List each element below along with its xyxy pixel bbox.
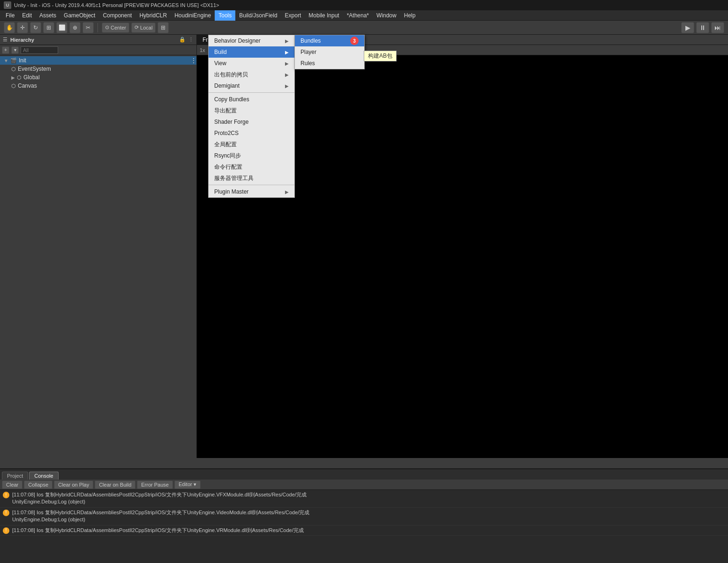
play-button[interactable]: ▶ xyxy=(681,22,694,33)
hierarchy-global[interactable]: ▶ ⬡ Global xyxy=(0,73,196,82)
console-tab-bar: Project Console xyxy=(0,469,728,480)
local-icon: ⟳ xyxy=(135,24,139,30)
transform-tool-btn[interactable]: ⊕ xyxy=(69,22,81,33)
hierarchy-panel: ☰ Hierarchy 🔒 ⋮ + ▾ ▼ 🎬 Init ⋮ ⬡ EventSy… xyxy=(0,35,197,458)
clear-on-build-button[interactable]: Clear on Build xyxy=(95,480,135,489)
expand-arrow: ▼ xyxy=(4,58,8,63)
expand-arrow: ▶ xyxy=(11,75,15,80)
menu-view[interactable]: View ▶ xyxy=(209,58,294,69)
hierarchy-item-label: Init xyxy=(19,57,26,64)
menu-shader-forge[interactable]: Shader Forge xyxy=(209,116,294,128)
scene-icon: 🎬 xyxy=(10,58,17,64)
submenu-rules[interactable]: Rules xyxy=(295,58,364,69)
log-text-1: [11:07:08] Ios 复制HybridCLRData/Assemblie… xyxy=(12,491,307,506)
menu-plugin-master[interactable]: Plugin Master ▶ xyxy=(209,186,294,197)
submenu-arrow: ▶ xyxy=(285,61,289,66)
center-toggle[interactable]: ⊙ Center xyxy=(102,23,129,33)
obj-icon: ⬡ xyxy=(17,75,22,81)
log-item-2[interactable]: ! [11:07:08] Ios 复制HybridCLRData/Assembl… xyxy=(0,508,728,525)
menu-pre-export-copy[interactable]: 出包前的拷贝 ▶ xyxy=(209,69,294,80)
hierarchy-add-btn[interactable]: + xyxy=(2,46,9,54)
unity-logo: U xyxy=(4,1,11,9)
menu-help[interactable]: Help xyxy=(400,10,420,21)
console-content: ! [11:07:08] Ios 复制HybridCLRData/Assembl… xyxy=(0,490,728,563)
hierarchy-search[interactable] xyxy=(21,46,58,54)
window-title: Unity - Init - iOS - Unity 2019.4.40f1c1… xyxy=(14,2,219,8)
submenu-arrow: ▶ xyxy=(285,189,289,195)
snap-btn[interactable]: ⊞ xyxy=(158,22,169,33)
log-item-1[interactable]: ! [11:07:08] Ios 复制HybridCLRData/Assembl… xyxy=(0,490,728,508)
menu-edit[interactable]: Edit xyxy=(18,10,36,21)
menu-export[interactable]: Export xyxy=(281,10,305,21)
obj-icon: ⬡ xyxy=(11,66,16,72)
menu-gameobject[interactable]: GameObject xyxy=(60,10,99,21)
local-toggle[interactable]: ⟳ Local xyxy=(131,23,156,33)
error-pause-button[interactable]: Error Pause xyxy=(137,480,173,489)
hierarchy-lock-icon[interactable]: 🔒 xyxy=(179,37,186,43)
hierarchy-eventsystem[interactable]: ⬡ EventSystem xyxy=(0,65,196,73)
clear-on-play-button[interactable]: Clear on Play xyxy=(54,480,93,489)
menu-global-config[interactable]: 全局配置 xyxy=(209,139,294,150)
menu-tools[interactable]: Tools xyxy=(215,10,235,21)
custom-tool-btn[interactable]: ✂ xyxy=(83,22,94,33)
menu-sep-2 xyxy=(209,185,294,185)
step-button[interactable]: ⏭ xyxy=(711,22,724,33)
hierarchy-menu-icon[interactable]: ☰ xyxy=(3,37,8,43)
obj-icon: ⬡ xyxy=(11,83,16,89)
collapse-button[interactable]: Collapse xyxy=(24,480,53,489)
warning-icon-1: ! xyxy=(3,492,9,498)
hierarchy-title: Hierarchy xyxy=(10,37,34,43)
submenu-bundles[interactable]: Bundles 3 xyxy=(295,35,364,46)
menu-copy-bundles[interactable]: Copy Bundles xyxy=(209,94,294,105)
menu-behavior-designer[interactable]: Behavior Designer ▶ xyxy=(209,35,294,46)
ab-tooltip: 构建AB包 xyxy=(364,51,397,61)
tab-project-label: Project xyxy=(7,473,23,479)
menu-file[interactable]: File xyxy=(2,10,18,21)
menu-window[interactable]: Window xyxy=(373,10,400,21)
submenu-arrow: ▶ xyxy=(285,38,289,44)
menu-build[interactable]: Build ▶ xyxy=(209,46,294,58)
play-controls: ▶ ⏸ ⏭ xyxy=(681,22,724,33)
menu-assets[interactable]: Assets xyxy=(36,10,60,21)
menu-export-config[interactable]: 导出配置 xyxy=(209,105,294,116)
hierarchy-dropdown-btn[interactable]: ▾ xyxy=(11,46,19,54)
hierarchy-canvas[interactable]: ⬡ Canvas xyxy=(0,82,196,90)
rect-tool-btn[interactable]: ⬜ xyxy=(56,22,68,33)
submenu-player[interactable]: Player xyxy=(295,46,364,58)
toolbar: ✋ ✛ ↻ ⊞ ⬜ ⊕ ✂ ⊙ Center ⟳ Local ⊞ ▶ ⏸ ⏭ xyxy=(0,21,728,35)
console-area: Project Console Clear Collapse Clear on … xyxy=(0,468,728,563)
menu-demigiant[interactable]: Demigiant ▶ xyxy=(209,80,294,91)
main-layout: ☰ Hierarchy 🔒 ⋮ + ▾ ▼ 🎬 Init ⋮ ⬡ EventSy… xyxy=(0,35,728,458)
menu-houdiniengine[interactable]: HoudiniEngine xyxy=(171,10,215,21)
center-label: Center xyxy=(111,25,126,30)
rotate-tool-btn[interactable]: ↻ xyxy=(30,22,41,33)
menu-rsync[interactable]: Rsync同步 xyxy=(209,150,294,161)
log-item-3[interactable]: ! [11:07:08] Ios 复制HybridCLRData/Assembl… xyxy=(0,525,728,536)
menu-buildjsonfield[interactable]: Build/JsonField xyxy=(235,10,281,21)
menu-cmdline-config[interactable]: 命令行配置 xyxy=(209,161,294,173)
hierarchy-init[interactable]: ▼ 🎬 Init ⋮ xyxy=(0,56,196,65)
hierarchy-header: ☰ Hierarchy 🔒 ⋮ xyxy=(0,35,196,45)
hierarchy-options-icon[interactable]: ⋮ xyxy=(188,37,194,43)
log-text-2: [11:07:08] Ios 复制HybridCLRData/Assemblie… xyxy=(12,509,309,524)
warning-icon-3: ! xyxy=(3,527,9,534)
menu-mobile-input[interactable]: Mobile Input xyxy=(305,10,343,21)
clear-button[interactable]: Clear xyxy=(2,480,23,489)
tab-project[interactable]: Project xyxy=(2,472,28,480)
menu-hybridclr[interactable]: HybridCLR xyxy=(135,10,171,21)
hierarchy-item-label: EventSystem xyxy=(18,66,51,72)
menu-athena[interactable]: *Athena* xyxy=(343,10,373,21)
hand-tool-btn[interactable]: ✋ xyxy=(4,22,15,33)
menu-proto2cs[interactable]: Proto2CS xyxy=(209,128,294,139)
tab-console[interactable]: Console xyxy=(29,472,58,480)
ab-tooltip-text: 构建AB包 xyxy=(368,53,392,59)
pause-button[interactable]: ⏸ xyxy=(696,22,709,33)
scale-tool-btn[interactable]: ⊞ xyxy=(43,22,54,33)
editor-dropdown-button[interactable]: Editor ▾ xyxy=(174,480,201,489)
menu-server-manager[interactable]: 服务器管理工具 xyxy=(209,173,294,184)
menu-component[interactable]: Component xyxy=(99,10,135,21)
hierarchy-item-label: Canvas xyxy=(18,83,37,89)
move-tool-btn[interactable]: ✛ xyxy=(17,22,28,33)
bundles-badge: 3 xyxy=(350,37,359,45)
hierarchy-item-options[interactable]: ⋮ xyxy=(191,57,196,64)
